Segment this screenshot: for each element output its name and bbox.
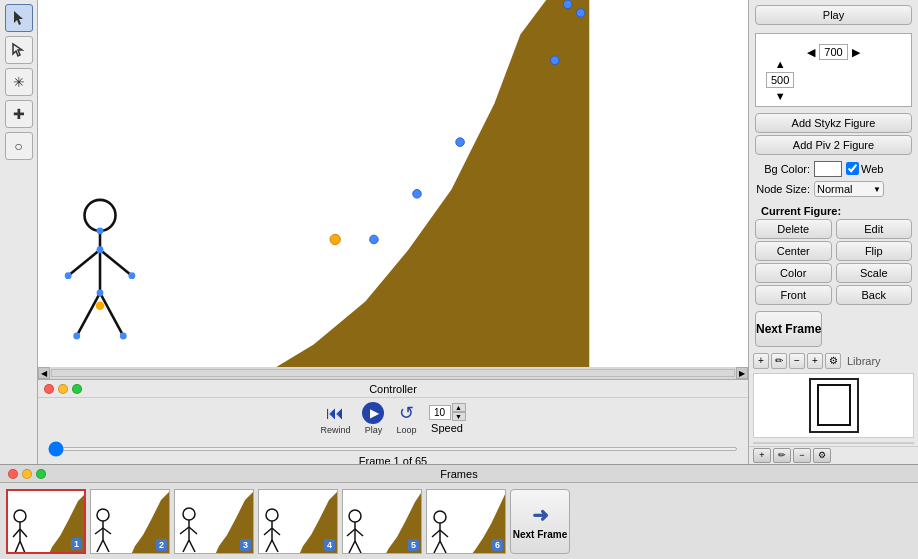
svg-point-51 <box>349 510 361 522</box>
svg-line-63 <box>440 541 446 553</box>
speed-down-btn[interactable]: ▼ <box>452 412 466 421</box>
svg-point-7 <box>330 234 340 244</box>
svg-point-20 <box>120 332 127 339</box>
controller-panel: Controller ⏮ Rewind ▶ Play ↺ Loop <box>38 379 748 464</box>
bg-color-label: Bg Color: <box>755 163 810 175</box>
width-indicator: ◀ 700 ▶ <box>776 44 891 60</box>
canvas-area[interactable]: ◀ ▶ <box>38 0 748 379</box>
frame-thumb-5[interactable]: 5 <box>342 489 422 554</box>
lib-btn-add[interactable]: + <box>753 448 771 463</box>
front-back-row: Front Back <box>755 285 912 305</box>
circle-tool[interactable]: ○ <box>5 132 33 160</box>
next-frame-btn[interactable]: Next Frame <box>755 311 822 347</box>
svg-point-4 <box>551 56 560 65</box>
canvas-hscrollbar[interactable]: ◀ ▶ <box>38 367 748 379</box>
svg-line-49 <box>272 540 278 552</box>
color-scale-row: Color Scale <box>755 263 912 283</box>
scroll-track[interactable] <box>51 369 735 377</box>
frames-tl-green[interactable] <box>36 469 46 479</box>
center-btn[interactable]: Center <box>755 241 832 261</box>
svg-line-56 <box>355 541 361 553</box>
frame-thumb-3[interactable]: 3 <box>174 489 254 554</box>
lib-btn-gear[interactable]: ⚙ <box>813 448 831 463</box>
frame-badge-5: 5 <box>408 539 419 551</box>
color-btn[interactable]: Color <box>755 263 832 283</box>
frame-badge-2: 2 <box>156 539 167 551</box>
panel-plus-btn[interactable]: + <box>807 353 823 369</box>
panel-gear-btn[interactable]: ⚙ <box>825 353 841 369</box>
library-item-0[interactable]: #0 <box>754 443 913 444</box>
ctrl-dot-2 <box>58 384 68 394</box>
lib-btn-minus[interactable]: − <box>793 448 811 463</box>
add-stykz-btn[interactable]: Add Stykz Figure <box>755 113 912 133</box>
speed-value[interactable]: 10 <box>429 405 451 420</box>
loop-button[interactable]: ↺ Loop <box>396 402 416 435</box>
controller-buttons: ⏮ Rewind ▶ Play ↺ Loop 10 <box>38 398 748 439</box>
bg-color-swatch[interactable] <box>814 161 842 177</box>
svg-line-54 <box>355 529 363 536</box>
width-value[interactable]: 700 <box>819 44 847 60</box>
ctrl-dot-3 <box>72 384 82 394</box>
scroll-right-btn[interactable]: ▶ <box>736 367 748 379</box>
svg-line-34 <box>97 540 103 552</box>
right-panel: Play ◀ 700 ▶ ▲ 500 ▼ Add Stykz Fig <box>748 0 918 464</box>
frame-thumb-1[interactable]: 1 <box>6 489 86 554</box>
flip-btn[interactable]: Flip <box>836 241 913 261</box>
svg-line-32 <box>95 528 103 534</box>
play-button[interactable]: ▶ Play <box>362 402 384 435</box>
delete-edit-row: Delete Edit <box>755 219 912 239</box>
rewind-label: Rewind <box>320 425 350 435</box>
frames-tl-yellow[interactable] <box>22 469 32 479</box>
svg-line-55 <box>349 541 355 553</box>
frame-badge-4: 4 <box>324 539 335 551</box>
frame-thumb-6[interactable]: 6 <box>426 489 506 554</box>
node-size-select[interactable]: Small Normal Large <box>814 181 884 197</box>
rewind-button[interactable]: ⏮ Rewind <box>320 403 350 435</box>
select2-tool[interactable] <box>5 36 33 64</box>
svg-point-8 <box>85 200 116 231</box>
frame-thumb-2[interactable]: 2 <box>90 489 170 554</box>
library-list: #0 #1 #2 #3 #4 #5 <box>753 442 914 444</box>
frames-tl-red[interactable] <box>8 469 18 479</box>
svg-line-39 <box>180 527 189 534</box>
panel-add-btn[interactable]: + <box>753 353 769 369</box>
svg-point-16 <box>65 272 72 279</box>
svg-line-46 <box>264 528 272 535</box>
panel-brush-btn[interactable]: ✏ <box>771 353 787 369</box>
svg-line-60 <box>432 530 440 537</box>
web-checkbox[interactable] <box>846 162 859 175</box>
delete-btn[interactable]: Delete <box>755 219 832 239</box>
scroll-left-btn[interactable]: ◀ <box>38 367 50 379</box>
next-frame-big-btn[interactable]: ➜ Next Frame <box>510 489 570 554</box>
canvas-and-ctrl: ◀ ▶ Controller <box>38 0 748 464</box>
svg-line-11 <box>100 250 132 276</box>
svg-point-15 <box>97 246 104 253</box>
height-value[interactable]: 500 <box>766 72 794 88</box>
front-btn[interactable]: Front <box>755 285 832 305</box>
frame-badge-6: 6 <box>492 539 503 551</box>
select-tool[interactable] <box>5 4 33 32</box>
svg-line-27 <box>15 541 20 553</box>
add-piv2-btn[interactable]: Add Piv 2 Figure <box>755 135 912 155</box>
svg-line-62 <box>434 541 440 553</box>
transform-tool[interactable]: ✳ <box>5 68 33 96</box>
speed-up-btn[interactable]: ▲ <box>452 403 466 412</box>
edit-btn[interactable]: Edit <box>836 219 913 239</box>
back-btn[interactable]: Back <box>836 285 913 305</box>
web-label: Web <box>861 163 883 175</box>
panel-minus-btn[interactable]: − <box>789 353 805 369</box>
rewind-icon: ⏮ <box>326 403 344 424</box>
svg-point-3 <box>370 235 379 244</box>
up-arrow-icon: ▲ <box>775 58 786 70</box>
svg-line-40 <box>189 527 197 534</box>
playback-slider[interactable] <box>48 447 738 451</box>
frames-content: 1 2 <box>0 483 918 559</box>
library-preview-frame <box>817 384 851 426</box>
lib-btn-edit[interactable]: ✏ <box>773 448 791 463</box>
controller-title: Controller <box>369 383 417 395</box>
scale-btn[interactable]: Scale <box>836 263 913 283</box>
play-button-top[interactable]: Play <box>755 5 912 25</box>
speed-label: Speed <box>431 422 463 434</box>
frame-thumb-4[interactable]: 4 <box>258 489 338 554</box>
bone-tool[interactable]: ✚ <box>5 100 33 128</box>
